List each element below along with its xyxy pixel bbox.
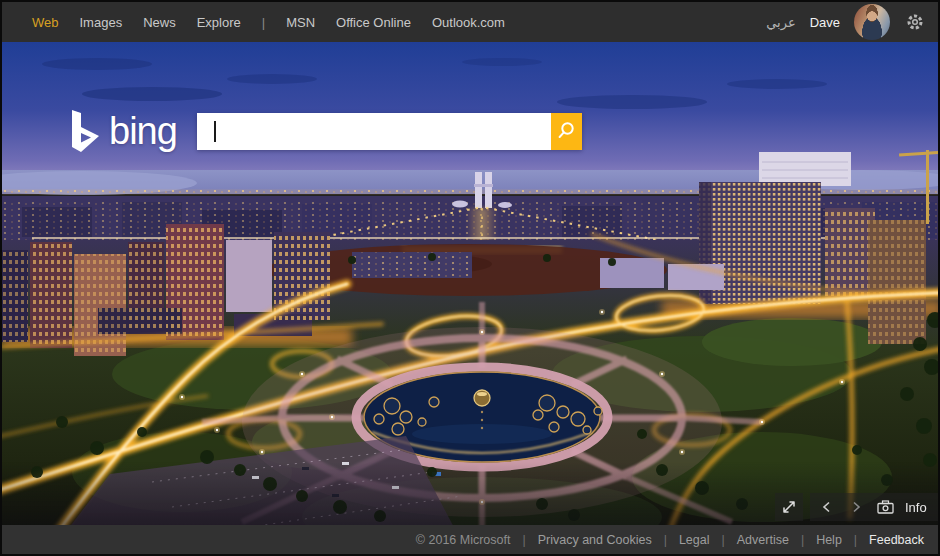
user-name[interactable]: Dave [810, 15, 840, 30]
footer-divider: | [722, 533, 725, 547]
top-navigation-bar: Web Images News Explore | MSN Office Onl… [2, 2, 938, 42]
nav-divider: | [262, 15, 265, 30]
next-image-button[interactable] [847, 498, 865, 516]
bing-homepage: Web Images News Explore | MSN Office Onl… [0, 0, 940, 556]
search-area: bing [68, 106, 582, 156]
search-box [197, 113, 582, 150]
footer-link-legal[interactable]: Legal [679, 533, 710, 547]
bing-logo-text: bing [109, 112, 177, 150]
search-button[interactable] [551, 113, 582, 150]
search-input[interactable] [197, 113, 551, 150]
text-caret [214, 121, 216, 142]
hero-image-controls: Info [775, 493, 940, 521]
nav-left-group: Web Images News Explore | MSN Office Onl… [2, 15, 505, 30]
footer-divider: | [801, 533, 804, 547]
nav-tab-explore[interactable]: Explore [197, 15, 241, 30]
footer-link-privacy[interactable]: Privacy and Cookies [538, 533, 652, 547]
user-avatar[interactable] [854, 4, 890, 40]
gear-icon [905, 12, 925, 32]
nav-tab-web[interactable]: Web [32, 15, 59, 30]
nav-right-group: عربي Dave [766, 4, 938, 40]
camera-icon [877, 500, 894, 514]
previous-image-button[interactable] [818, 498, 836, 516]
footer-divider: | [522, 533, 525, 547]
footer-divider: | [854, 533, 857, 547]
nav-link-msn[interactable]: MSN [286, 15, 315, 30]
nav-tab-news[interactable]: News [143, 15, 176, 30]
image-info-label[interactable]: Info [905, 500, 927, 515]
expand-icon [781, 499, 797, 515]
language-switch-link[interactable]: عربي [766, 15, 795, 30]
footer-link-feedback[interactable]: Feedback [869, 533, 924, 547]
nav-link-outlook[interactable]: Outlook.com [432, 15, 505, 30]
chevron-right-icon [849, 500, 863, 514]
image-nav-group: Info [810, 493, 940, 521]
footer-bar: © 2016 Microsoft | Privacy and Cookies |… [2, 525, 938, 554]
image-info-button[interactable] [876, 498, 894, 516]
bing-logo-icon [68, 108, 102, 154]
nav-link-office-online[interactable]: Office Online [336, 15, 411, 30]
chevron-left-icon [820, 500, 834, 514]
search-magnifier-icon [556, 120, 576, 142]
nav-tab-images[interactable]: Images [80, 15, 123, 30]
bing-logo[interactable]: bing [68, 108, 177, 154]
footer-divider: | [664, 533, 667, 547]
copyright-text: © 2016 Microsoft [416, 533, 511, 547]
footer-link-help[interactable]: Help [816, 533, 842, 547]
footer-link-advertise[interactable]: Advertise [737, 533, 789, 547]
settings-button[interactable] [904, 11, 926, 33]
fullscreen-button[interactable] [775, 493, 803, 521]
